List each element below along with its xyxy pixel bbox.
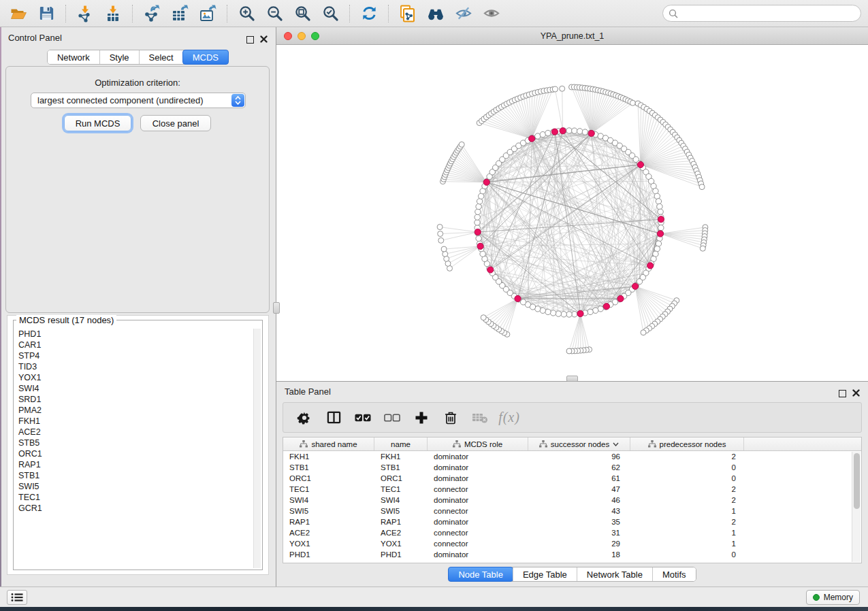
table-row[interactable]: PHD1PHD1dominator180 — [283, 549, 861, 560]
network-node[interactable] — [561, 312, 566, 317]
search-input[interactable] — [681, 7, 861, 20]
network-node[interactable] — [572, 128, 577, 133]
cell-predecessor-nodes[interactable]: 2 — [630, 516, 744, 527]
search-network-icon[interactable] — [427, 5, 445, 22]
cell-predecessor-nodes[interactable]: 0 — [630, 549, 744, 560]
cell-name[interactable]: PHD1 — [374, 549, 428, 560]
network-node[interactable] — [658, 209, 663, 214]
network-leaf-node[interactable] — [700, 246, 705, 251]
cell-predecessor-nodes[interactable]: 1 — [630, 538, 744, 549]
select-all-icon[interactable] — [355, 410, 371, 426]
column-header-mcds-role[interactable]: MCDS role — [428, 437, 528, 450]
network-leaf-node[interactable] — [441, 246, 447, 252]
hide-graphics-details-icon[interactable] — [455, 5, 472, 22]
network-leaf-node[interactable] — [481, 315, 486, 320]
mcds-result-item[interactable]: PHD1 — [15, 329, 253, 340]
cell-shared-name[interactable]: SWI5 — [283, 506, 374, 516]
cell-name[interactable]: RAP1 — [374, 516, 428, 527]
close-panel-button[interactable]: Close panel — [140, 115, 211, 131]
network-node[interactable] — [475, 220, 480, 225]
cell-mcds-role[interactable]: dominator — [428, 473, 528, 484]
cell-name[interactable]: TEC1 — [374, 484, 428, 495]
network-leaf-node[interactable] — [438, 237, 444, 243]
network-node[interactable] — [475, 214, 480, 220]
cell-shared-name[interactable]: ORC1 — [283, 473, 374, 484]
network-node[interactable] — [654, 193, 660, 199]
maximize-window-icon[interactable] — [311, 32, 319, 40]
network-node[interactable] — [656, 241, 661, 246]
table-row[interactable]: FKH1FKH1dominator962 — [283, 451, 861, 462]
network-hub-node[interactable] — [637, 161, 643, 167]
network-hub-node[interactable] — [647, 263, 654, 269]
network-node[interactable] — [593, 308, 598, 313]
network-hub-node[interactable] — [560, 128, 566, 134]
cell-predecessor-nodes[interactable]: 2 — [630, 484, 744, 495]
cell-successor-nodes[interactable]: 62 — [528, 462, 630, 473]
mcds-result-item[interactable]: STB5 — [15, 437, 253, 448]
export-image-icon[interactable] — [199, 5, 216, 22]
network-leaf-node[interactable] — [699, 184, 705, 190]
cell-successor-nodes[interactable]: 43 — [528, 506, 630, 516]
network-node[interactable] — [656, 199, 661, 204]
zoom-out-icon[interactable] — [266, 5, 283, 22]
table-row[interactable]: RAP1RAP1dominator352 — [283, 516, 861, 527]
refresh-icon[interactable] — [360, 5, 378, 22]
new-network-from-selection-icon[interactable] — [399, 5, 417, 22]
cell-mcds-role[interactable]: dominator — [428, 495, 528, 506]
mcds-result-item[interactable]: GCR1 — [15, 503, 253, 514]
network-leaf-node[interactable] — [552, 86, 558, 92]
network-hub-node[interactable] — [588, 130, 594, 136]
cell-successor-nodes[interactable]: 46 — [528, 495, 630, 506]
network-hub-node[interactable] — [632, 283, 639, 289]
cell-mcds-role[interactable]: connector — [428, 538, 528, 549]
network-hub-node[interactable] — [603, 303, 609, 310]
network-node[interactable] — [566, 312, 572, 317]
table-row[interactable]: ORC1ORC1dominator610 — [283, 473, 861, 484]
network-node[interactable] — [545, 130, 551, 135]
network-node[interactable] — [476, 203, 481, 209]
network-node[interactable] — [588, 309, 593, 314]
optimization-criterion-dropdown[interactable]: largest connected component (undirected) — [31, 93, 246, 108]
network-hub-node[interactable] — [477, 243, 483, 249]
export-table-icon[interactable] — [171, 5, 189, 22]
network-leaf-node[interactable] — [459, 142, 464, 147]
float-panel-icon[interactable] — [246, 36, 254, 44]
cell-name[interactable]: STB1 — [374, 462, 428, 473]
task-history-button[interactable] — [7, 590, 27, 605]
network-leaf-node[interactable] — [641, 330, 646, 335]
cell-name[interactable]: SWI4 — [374, 495, 428, 506]
network-node[interactable] — [475, 209, 481, 214]
show-graphics-details-icon[interactable] — [483, 5, 500, 22]
tab-mcds[interactable]: MCDS — [182, 50, 229, 65]
cell-shared-name[interactable]: FKH1 — [283, 451, 374, 462]
mcds-result-item[interactable]: YOX1 — [15, 372, 253, 383]
network-node[interactable] — [477, 199, 482, 204]
import-table-icon[interactable] — [104, 5, 122, 22]
cell-shared-name[interactable]: YOX1 — [283, 538, 374, 549]
network-hub-node[interactable] — [487, 267, 494, 273]
network-node[interactable] — [577, 129, 583, 134]
cell-mcds-role[interactable]: dominator — [428, 462, 528, 473]
tab-node-table[interactable]: Node Table — [448, 567, 513, 582]
network-node[interactable] — [566, 128, 572, 133]
mcds-result-item[interactable]: CAR1 — [15, 340, 253, 350]
close-panel-icon[interactable] — [260, 33, 268, 46]
mcds-result-item[interactable]: STP4 — [15, 350, 253, 361]
zoom-fit-icon[interactable] — [293, 5, 311, 22]
network-leaf-node[interactable] — [630, 100, 635, 105]
network-hub-node[interactable] — [515, 295, 521, 301]
network-hub-node[interactable] — [657, 231, 663, 237]
cell-mcds-role[interactable]: dominator — [428, 516, 528, 527]
deselect-all-icon[interactable] — [384, 410, 400, 426]
network-node[interactable] — [545, 309, 551, 314]
open-session-icon[interactable] — [10, 5, 27, 22]
tab-select[interactable]: Select — [139, 50, 183, 64]
mcds-result-item[interactable]: TID3 — [15, 361, 253, 372]
mcds-result-item[interactable]: FKH1 — [15, 416, 253, 427]
mcds-result-item[interactable]: TEC1 — [15, 492, 253, 503]
cell-successor-nodes[interactable]: 18 — [528, 549, 630, 560]
network-node[interactable] — [582, 129, 588, 135]
close-window-icon[interactable] — [284, 32, 292, 40]
network-node[interactable] — [658, 225, 664, 231]
cell-successor-nodes[interactable]: 96 — [528, 451, 630, 462]
